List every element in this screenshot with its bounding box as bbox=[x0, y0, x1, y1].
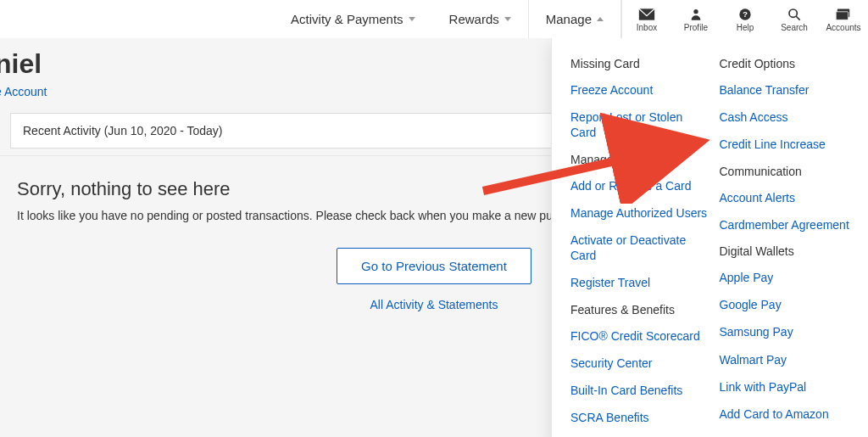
manage-col-1: Missing Card Freeze Account Report Lost … bbox=[570, 57, 720, 425]
dd-link-balance-transfer[interactable]: Balance Transfer bbox=[720, 82, 860, 98]
icon-label: Search bbox=[781, 23, 808, 32]
search-button[interactable]: Search bbox=[770, 0, 819, 38]
nav-rewards[interactable]: Rewards bbox=[432, 0, 528, 38]
svg-text:?: ? bbox=[743, 10, 748, 19]
dd-link-security-center[interactable]: Security Center bbox=[570, 356, 711, 371]
dd-header-communication: Communication bbox=[720, 165, 860, 178]
cards-icon bbox=[835, 8, 852, 21]
chevron-up-icon bbox=[597, 17, 604, 21]
nav-left: Activity & Payments Rewards Manage bbox=[0, 0, 621, 38]
dd-link-fico-scorecard[interactable]: FICO® Credit Scorecard bbox=[570, 328, 711, 344]
svg-line-5 bbox=[796, 16, 800, 20]
help-button[interactable]: ? Help bbox=[721, 0, 770, 38]
search-icon bbox=[786, 8, 803, 21]
nav-activity-payments[interactable]: Activity & Payments bbox=[274, 0, 432, 38]
dd-link-activate-deactivate[interactable]: Activate or Deactivate Card bbox=[570, 233, 711, 263]
chevron-down-icon bbox=[504, 17, 511, 21]
dd-link-add-replace-card[interactable]: Add or Replace a Card bbox=[570, 178, 711, 193]
icon-label: Help bbox=[737, 23, 754, 32]
nav-label: Rewards bbox=[449, 12, 499, 26]
dd-header-credit-options: Credit Options bbox=[720, 57, 860, 70]
account-link[interactable]: e Account bbox=[0, 85, 47, 98]
dd-link-account-alerts[interactable]: Account Alerts bbox=[720, 190, 860, 205]
icon-label: Profile bbox=[684, 23, 708, 32]
dd-link-cardmember-agreement[interactable]: Cardmember Agreement bbox=[720, 217, 860, 233]
profile-button[interactable]: Profile bbox=[671, 0, 721, 38]
dd-link-paypal[interactable]: Link with PayPal bbox=[720, 379, 860, 395]
dd-link-register-travel[interactable]: Register Travel bbox=[570, 275, 711, 290]
dd-link-add-card-amazon[interactable]: Add Card to Amazon bbox=[720, 406, 860, 422]
dd-link-samsung-pay[interactable]: Samsung Pay bbox=[720, 324, 860, 339]
dd-header-manage-cards: Manage Cards bbox=[570, 153, 711, 166]
dd-link-authorized-users[interactable]: Manage Authorized Users bbox=[570, 205, 711, 221]
dd-header-digital-wallets: Digital Wallets bbox=[720, 244, 860, 258]
recent-activity-label: Recent Activity (Jun 10, 2020 - Today) bbox=[23, 124, 223, 137]
svg-point-1 bbox=[693, 9, 698, 14]
manage-dropdown: Missing Card Freeze Account Report Lost … bbox=[551, 38, 868, 437]
inbox-button[interactable]: Inbox bbox=[622, 0, 671, 38]
dd-link-apple-pay[interactable]: Apple Pay bbox=[720, 270, 860, 285]
dd-link-report-lost[interactable]: Report Lost or Stolen Card bbox=[570, 109, 711, 140]
svg-point-4 bbox=[789, 9, 797, 17]
icon-label: Inbox bbox=[637, 23, 657, 32]
dd-link-freeze-account[interactable]: Freeze Account bbox=[570, 82, 711, 98]
person-icon bbox=[687, 8, 704, 21]
help-icon: ? bbox=[737, 8, 754, 21]
nav-icons: Inbox Profile ? Help Search Accounts bbox=[621, 0, 868, 38]
nav-label: Manage bbox=[546, 12, 592, 26]
nav-manage[interactable]: Manage bbox=[528, 0, 621, 38]
manage-col-2: Credit Options Balance Transfer Cash Acc… bbox=[720, 57, 869, 425]
svg-rect-7 bbox=[836, 12, 848, 20]
top-nav: Activity & Payments Rewards Manage Inbox… bbox=[0, 0, 868, 38]
dd-header-missing-card: Missing Card bbox=[570, 57, 711, 70]
dd-link-card-benefits[interactable]: Built-In Card Benefits bbox=[570, 383, 711, 398]
nav-label: Activity & Payments bbox=[291, 12, 403, 26]
dd-link-google-pay[interactable]: Google Pay bbox=[720, 297, 860, 312]
recent-activity-filter[interactable]: Recent Activity (Jun 10, 2020 - Today) bbox=[11, 114, 629, 148]
icon-label: Accounts bbox=[826, 23, 860, 32]
chevron-down-icon bbox=[409, 17, 415, 21]
dd-header-features-benefits: Features & Benefits bbox=[570, 303, 711, 317]
dd-link-walmart-pay[interactable]: Walmart Pay bbox=[720, 352, 860, 367]
mail-icon bbox=[638, 8, 655, 21]
dd-link-credit-line-increase[interactable]: Credit Line Increase bbox=[720, 137, 860, 152]
accounts-button[interactable]: Accounts bbox=[819, 0, 868, 38]
previous-statement-button[interactable]: Go to Previous Statement bbox=[337, 248, 531, 284]
dd-link-cash-access[interactable]: Cash Access bbox=[720, 109, 860, 125]
dd-link-scra-benefits[interactable]: SCRA Benefits bbox=[570, 410, 711, 425]
